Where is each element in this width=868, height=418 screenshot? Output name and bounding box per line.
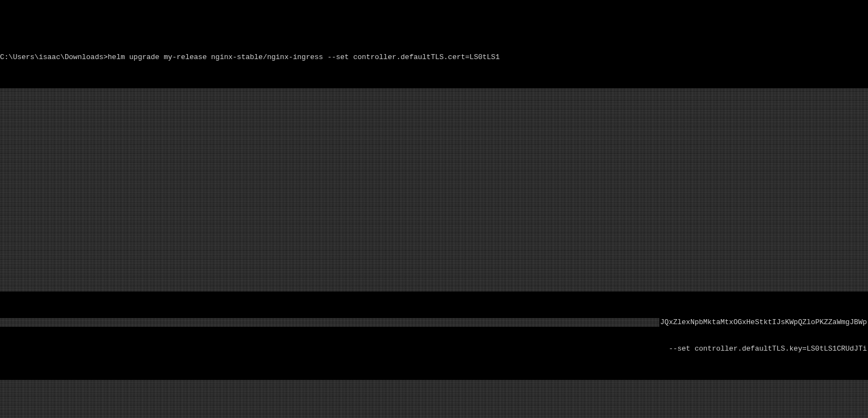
redacted-key-block xyxy=(0,380,868,418)
command-text: helm upgrade my-release nginx-stable/ngi… xyxy=(108,53,500,62)
key-flag-line: --set controller.defaultTLS.key=LS0tLS1C… xyxy=(0,345,868,353)
prompt-path: C:\Users\isaac\Downloads> xyxy=(0,53,108,62)
cert-tail-fragment: JQxZlexNpbMktaMtxOGxHeStktIJsKWpQZloPKZZ… xyxy=(659,318,868,327)
command-prompt-line: C:\Users\isaac\Downloads>helm upgrade my… xyxy=(0,53,868,62)
redacted-cert-block xyxy=(0,88,868,292)
key-flag-text: --set controller.defaultTLS.key=LS0tLS1C… xyxy=(663,345,868,353)
redacted-line-tail: JQxZlexNpbMktaMtxOGxHeStktIJsKWpQZloPKZZ… xyxy=(0,318,868,327)
terminal-window[interactable]: C:\Users\isaac\Downloads>helm upgrade my… xyxy=(0,35,868,418)
